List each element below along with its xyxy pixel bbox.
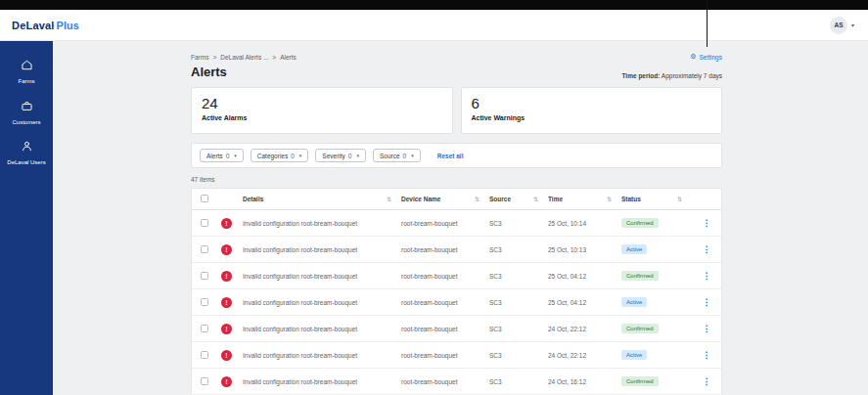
row-checkbox[interactable]: [201, 351, 208, 359]
column-header-details[interactable]: Details ⇅: [243, 196, 401, 202]
row-device-name: root-bream-bouquet: [401, 246, 489, 253]
row-source: SC3: [489, 220, 548, 227]
avatar[interactable]: AS: [830, 17, 847, 34]
sidebar-item-farms[interactable]: Farms: [0, 51, 53, 92]
app-header: DeLaval Plus AS ▾: [0, 10, 868, 41]
row-source: SC3: [489, 352, 548, 359]
row-time: 24 Oct, 22:12: [548, 352, 621, 359]
active-warnings-label: Active Warnings: [472, 114, 712, 121]
column-label: Device Name: [401, 196, 440, 202]
customers-icon: [21, 99, 33, 116]
breadcrumb-item-farms[interactable]: Farms: [191, 54, 208, 61]
alarm-icon: !: [221, 376, 232, 387]
row-checkbox[interactable]: [201, 219, 208, 227]
chevron-down-icon: ▾: [234, 153, 237, 158]
filter-count: 0: [348, 153, 352, 159]
kebab-menu-icon[interactable]: ⋮: [692, 324, 721, 333]
row-checkbox[interactable]: [201, 377, 208, 385]
row-details: Invalid configuration root-bream-bouquet: [243, 273, 401, 280]
column-header-status[interactable]: Status ⇅: [621, 196, 692, 202]
table-header-row: Details ⇅ Device Name ⇅ Source ⇅ Time ⇅: [192, 189, 721, 210]
user-menu[interactable]: AS ▾: [830, 17, 854, 34]
status-badge: Active: [621, 297, 647, 307]
filter-count: 0: [226, 153, 230, 159]
table-row: ! Invalid configuration root-bream-bouqu…: [192, 210, 721, 237]
row-details: Invalid configuration root-bream-bouquet: [243, 352, 401, 359]
row-device-name: root-bream-bouquet: [401, 299, 489, 306]
reset-all-button[interactable]: Reset all: [437, 153, 464, 159]
active-warnings-count: 6: [472, 95, 712, 111]
active-warnings-card: 6 Active Warnings: [461, 87, 723, 134]
alarm-icon: !: [221, 271, 232, 282]
row-time: 25 Oct, 10:13: [548, 246, 621, 253]
filter-dropdown-alerts[interactable]: Alerts 0 ▾: [200, 149, 244, 162]
row-device-name: root-bream-bouquet: [401, 352, 489, 359]
sort-icon[interactable]: ⇅: [677, 196, 682, 202]
settings-label: Settings: [700, 54, 723, 61]
row-details: Invalid configuration root-bream-bouquet: [243, 220, 401, 227]
window-top-bar: [0, 0, 868, 10]
sort-icon[interactable]: ⇅: [475, 196, 480, 202]
alarm-icon: !: [221, 350, 232, 361]
row-checkbox[interactable]: [201, 272, 208, 280]
breadcrumb-separator: >: [272, 54, 276, 61]
settings-button[interactable]: ⚙ Settings: [690, 53, 722, 61]
filter-label: Categories: [257, 153, 288, 159]
row-device-name: root-bream-bouquet: [401, 220, 489, 227]
chevron-down-icon: ▾: [299, 153, 302, 158]
status-badge: Confirmed: [621, 218, 659, 228]
kebab-menu-icon[interactable]: ⋮: [692, 350, 721, 360]
column-header-device-name[interactable]: Device Name ⇅: [401, 196, 489, 202]
row-details: Invalid configuration root-bream-bouquet: [243, 299, 401, 306]
sort-icon[interactable]: ⇅: [533, 196, 538, 202]
row-source: SC3: [489, 299, 548, 306]
row-source: SC3: [489, 273, 548, 280]
sidebar-item-label: DeLaval Users: [7, 159, 45, 166]
kebab-menu-icon[interactable]: ⋮: [692, 271, 721, 281]
kebab-menu-icon[interactable]: ⋮: [692, 218, 721, 228]
row-time: 25 Oct, 10:14: [548, 220, 621, 227]
sort-icon[interactable]: ⇅: [607, 196, 612, 202]
table-row: ! Invalid configuration root-bream-bouqu…: [192, 369, 721, 395]
row-checkbox[interactable]: [201, 298, 208, 306]
filter-dropdown-source[interactable]: Source 0 ▾: [373, 149, 421, 162]
chevron-down-icon[interactable]: ▾: [851, 22, 854, 28]
users-icon: [21, 139, 33, 156]
brand-primary: DeLaval: [12, 20, 55, 31]
row-time: 25 Oct, 04:12: [548, 299, 621, 306]
kebab-menu-icon[interactable]: ⋮: [692, 297, 721, 307]
breadcrumb: Farms > DeLaval Alerts ... > Alerts: [191, 54, 297, 61]
select-all-checkbox[interactable]: [201, 195, 208, 202]
table-row: ! Invalid configuration root-bream-bouqu…: [192, 289, 721, 316]
row-checkbox[interactable]: [201, 245, 208, 253]
status-badge: Confirmed: [621, 376, 659, 386]
column-label: Source: [489, 196, 511, 202]
alarm-icon: !: [221, 218, 232, 229]
sort-icon[interactable]: ⇅: [387, 196, 391, 202]
kebab-menu-icon[interactable]: ⋮: [692, 244, 721, 254]
status-badge: Active: [621, 244, 647, 254]
sidebar-item-label: Farms: [19, 78, 35, 85]
kebab-menu-icon[interactable]: ⋮: [692, 376, 721, 386]
brand-secondary: Plus: [57, 20, 79, 31]
column-header-time[interactable]: Time ⇅: [548, 196, 621, 202]
column-label: Time: [548, 196, 563, 202]
sidebar-item-delaval-users[interactable]: DeLaval Users: [0, 132, 53, 173]
filter-count: 0: [291, 153, 295, 159]
sidebar-item-customers[interactable]: Customers: [0, 92, 53, 133]
chevron-down-icon: ▾: [356, 153, 359, 158]
brand-logo[interactable]: DeLaval Plus: [12, 20, 79, 31]
row-source: SC3: [489, 378, 548, 385]
row-details: Invalid configuration root-bream-bouquet: [243, 246, 401, 253]
filter-dropdown-categories[interactable]: Categories 0 ▾: [251, 149, 309, 162]
active-alarms-card: 24 Active Alarms: [191, 87, 453, 134]
filter-dropdown-severity[interactable]: Severity 0 ▾: [315, 149, 366, 162]
time-period: Time period: Approximately 7 days: [622, 72, 722, 79]
page-title: Alerts: [191, 65, 227, 79]
row-checkbox[interactable]: [201, 325, 208, 332]
chevron-down-icon: ▾: [411, 153, 414, 158]
sidebar-item-label: Customers: [12, 119, 40, 126]
row-device-name: root-bream-bouquet: [401, 326, 489, 332]
column-header-source[interactable]: Source ⇅: [489, 196, 548, 202]
breadcrumb-item-delaval-alerts[interactable]: DeLaval Alerts ...: [220, 54, 268, 61]
